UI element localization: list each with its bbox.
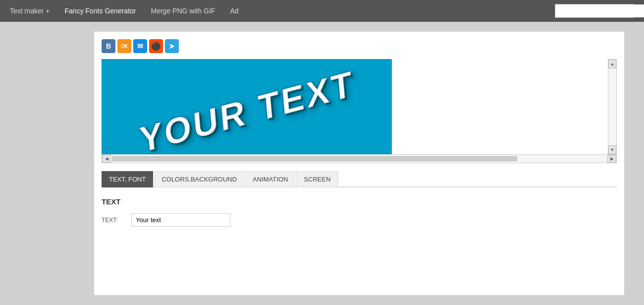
- social-icon-reddit[interactable]: ⚫: [149, 39, 163, 53]
- search-box: 🔍: [555, 4, 634, 18]
- text-field-label: TEXT:: [102, 217, 126, 224]
- social-icons-row: В ОК ✉ ⚫ ➤: [102, 39, 617, 53]
- scroll-track-h: [111, 155, 607, 163]
- vertical-scrollbar[interactable]: ▲ ▼: [608, 59, 617, 154]
- tab-animation[interactable]: ANIMATION: [245, 171, 295, 187]
- preview-outer: YOUR TEXT ▲ ▼ ◀ ▶: [102, 59, 617, 163]
- tab-text-font[interactable]: TEXT, FONT: [102, 171, 153, 187]
- preview-canvas: YOUR TEXT: [102, 59, 392, 154]
- nav-ad[interactable]: Ad: [230, 7, 238, 15]
- scroll-down-button[interactable]: ▼: [608, 145, 616, 154]
- text-field-row: TEXT:: [102, 213, 617, 227]
- navbar: Text maker + Fancy Fonts Generator Merge…: [0, 0, 644, 22]
- social-icon-ok[interactable]: ОК: [117, 39, 131, 53]
- social-icon-telegram[interactable]: ➤: [165, 39, 179, 53]
- right-sidebar: [634, 22, 644, 305]
- page-body: В ОК ✉ ⚫ ➤ YOUR TEXT ▲ ▼: [0, 22, 644, 305]
- social-icon-vk[interactable]: В: [102, 39, 115, 53]
- preview-text: YOUR TEXT: [138, 62, 356, 154]
- social-icon-mail[interactable]: ✉: [133, 39, 147, 53]
- main-content: В ОК ✉ ⚫ ➤ YOUR TEXT ▲ ▼: [84, 22, 634, 305]
- tab-colors-background[interactable]: COLORS,BACKGROUND: [154, 171, 244, 187]
- scroll-up-button[interactable]: ▲: [608, 60, 616, 68]
- nav-fancy-fonts[interactable]: Fancy Fonts Generator: [65, 7, 136, 15]
- section-title: TEXT: [102, 197, 617, 206]
- scroll-left-button[interactable]: ◀: [102, 155, 111, 163]
- left-sidebar: [0, 22, 84, 305]
- nav-merge-png[interactable]: Merge PNG with GIF: [151, 7, 215, 15]
- scroll-thumb-h: [112, 156, 517, 161]
- tab-screen[interactable]: SCREEN: [296, 171, 338, 187]
- search-input[interactable]: [555, 4, 644, 17]
- scroll-track-v: [608, 68, 616, 145]
- horizontal-scrollbar[interactable]: ◀ ▶: [102, 154, 617, 163]
- nav-text-maker[interactable]: Text maker +: [10, 7, 50, 15]
- scroll-right-button[interactable]: ▶: [607, 155, 616, 163]
- text-field-input[interactable]: [131, 213, 230, 227]
- preview-canvas-wrap: YOUR TEXT: [102, 59, 608, 154]
- tabs-row: TEXT, FONT COLORS,BACKGROUND ANIMATION S…: [102, 171, 617, 187]
- preview-row: YOUR TEXT ▲ ▼: [102, 59, 617, 154]
- white-panel: В ОК ✉ ⚫ ➤ YOUR TEXT ▲ ▼: [94, 32, 624, 295]
